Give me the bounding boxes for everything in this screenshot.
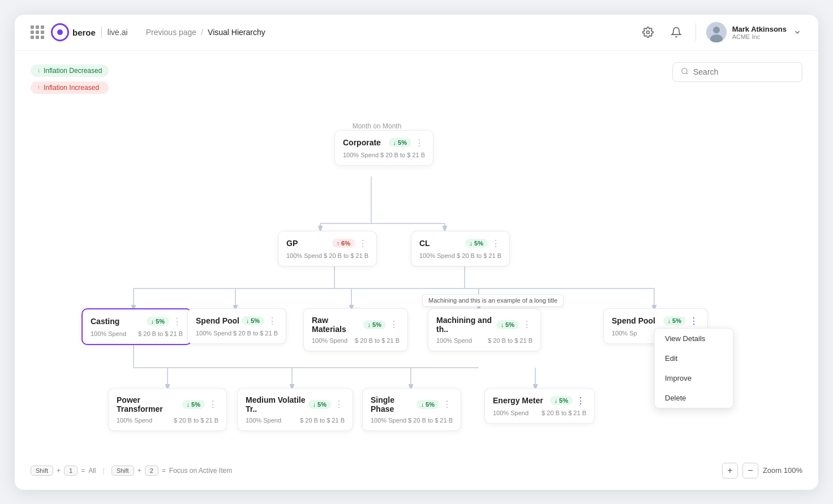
node-raw-materials-spend: 100% Spend [312,337,347,344]
node-cl-badge: ↓ 5% [465,239,488,248]
header-right: Mark Atkinsons ACME Inc [639,22,802,42]
node-casting-badge: ↓ 5% [147,317,169,326]
node-single-phase-title: Single Phase [371,395,416,413]
bottom-bar: Shift + 1 = All | Shift + 2 = Focus on A… [15,463,818,479]
zoom-in-button[interactable]: + [722,463,738,479]
search-input[interactable] [693,67,794,76]
settings-icon[interactable] [639,23,657,41]
node-single-phase-badge: ↓ 5% [416,400,439,409]
node-power-transformer-badge: ↓ 5% [182,400,205,409]
node-machining-title: Machining and th.. [436,316,496,334]
legend-decreased-label: Inflation Decreased [44,67,102,75]
node-corporate: Corporate ↓ 5% ⋮ 100% Spend $ 20 B to $ … [334,130,433,166]
node-casting-range: $ 20 B to $ 21 B [138,330,183,337]
node-raw-materials: Raw Materials ↓ 5% ⋮ 100% Spend $ 20 B t… [303,308,408,351]
logo[interactable]: beroe live.ai [51,23,128,41]
node-spend-pool-2-header: Spend Pool ↓ 5% ⋮ [612,316,699,326]
user-info[interactable]: Mark Atkinsons ACME Inc [706,22,802,42]
shortcut-hints: Shift + 1 = All | Shift + 2 = Focus on A… [31,466,232,476]
node-casting-menu[interactable]: ⋮ [171,316,183,327]
node-single-phase-spend: 100% Spend [371,417,406,424]
legend-decreased: ↓ Inflation Decreased [31,64,109,77]
zoom-out-button[interactable]: − [742,463,758,479]
shortcut-separator: | [103,467,105,475]
avatar [706,22,727,42]
node-single-phase-menu[interactable]: ⋮ [441,399,453,410]
node-spend-pool-1-menu[interactable]: ⋮ [267,316,278,326]
node-raw-materials-menu[interactable]: ⋮ [388,319,400,330]
svg-line-5 [686,72,688,74]
node-corporate-footer: 100% Spend $ 20 B to $ 21 B [343,152,425,158]
node-casting-footer: 100% Spend $ 20 B to $ 21 B [91,330,183,337]
node-corporate-badge: ↓ 5% [389,138,411,147]
node-corporate-spend: 100% Spend [343,152,379,158]
node-power-transformer-title: Power Transformer [117,395,182,413]
node-medium-volatile-title: Medium Volatile Tr.. [246,395,308,413]
node-energy-meter-menu[interactable]: ⋮ [575,395,586,406]
search-icon [681,67,689,77]
legend-increased: ↑ Inflation Increased [31,81,109,94]
search-box[interactable] [672,62,802,82]
node-energy-meter: Energy Meter ↓ 5% ⋮ 100% Spend $ 20 B to… [484,388,595,424]
svg-point-4 [682,68,687,73]
node-cl-footer: 100% Spend $ 20 B to $ 21 B [419,252,501,259]
node-raw-materials-badge: ↓ 5% [363,320,386,329]
grid-icon[interactable] [31,25,44,39]
logo-circle-icon [51,23,69,41]
shortcut-eq-2: = [162,467,166,475]
node-machining-menu[interactable]: ⋮ [521,319,533,330]
breadcrumb-prev[interactable]: Previous page [146,28,197,37]
node-energy-meter-range: $ 20 B to $ 21 B [542,410,586,416]
node-cl-menu[interactable]: ⋮ [490,238,501,249]
node-medium-volatile-footer: 100% Spend $ 20 B to $ 21 B [246,417,345,424]
node-medium-volatile-range: $ 20 B to $ 21 B [300,417,345,424]
node-cl-range: $ 20 B to $ 21 B [457,252,501,259]
machining-tooltip: Machining and this is an example of a lo… [422,294,564,307]
node-medium-volatile: Medium Volatile Tr.. ↓ 5% ⋮ 100% Spend $… [237,388,353,431]
node-gp-menu[interactable]: ⋮ [357,238,368,249]
node-spend-pool-2-menu[interactable]: ⋮ [688,316,699,326]
context-menu-view-details[interactable]: View Details [655,329,733,348]
node-medium-volatile-header: Medium Volatile Tr.. ↓ 5% ⋮ [246,395,345,413]
node-spend-pool-1-spend: 100% Spend [196,330,231,337]
node-medium-volatile-spend: 100% Spend [246,417,281,424]
main-canvas: ↓ Inflation Decreased ↑ Inflation Increa… [15,51,818,490]
node-medium-volatile-menu[interactable]: ⋮ [333,399,345,410]
user-dropdown-icon[interactable] [792,23,802,41]
node-machining: Machining and th.. ↓ 5% ⋮ 100% Spend $ 2… [428,308,541,351]
node-raw-materials-range: $ 20 B to $ 21 B [355,337,400,344]
context-menu-edit[interactable]: Edit [655,348,733,368]
node-power-transformer-menu[interactable]: ⋮ [207,399,218,410]
shortcut-shift-1: Shift [31,466,53,476]
logo-divider [101,27,102,38]
node-cl-header: CL ↓ 5% ⋮ [419,238,501,249]
node-spend-pool-1: Spend Pool ↓ 5% ⋮ 100% Spend $ 20 B to $… [187,308,286,344]
shortcut-plus-2: + [138,467,141,475]
node-single-phase-header: Single Phase ↓ 5% ⋮ [371,395,453,413]
node-machining-header: Machining and th.. ↓ 5% ⋮ [436,316,533,334]
node-casting-title: Casting [91,317,119,326]
node-gp-title: GP [286,239,298,248]
node-corporate-menu[interactable]: ⋮ [414,137,425,148]
node-cl-title: CL [419,239,430,248]
context-menu-improve[interactable]: Improve [655,368,733,388]
shortcut-plus-1: + [57,467,61,475]
user-name: Mark Atkinsons [732,25,787,33]
breadcrumb-separator: / [201,28,203,37]
user-details: Mark Atkinsons ACME Inc [732,25,787,40]
node-gp-footer: 100% Spend $ 20 B to $ 21 B [286,252,368,259]
node-spend-pool-1-footer: 100% Spend $ 20 B to $ 21 B [196,330,278,337]
node-machining-footer: 100% Spend $ 20 B to $ 21 B [436,337,533,344]
node-spend-pool-1-title: Spend Pool [196,316,239,325]
node-energy-meter-header: Energy Meter ↓ 5% ⋮ [493,395,586,406]
notification-icon[interactable] [667,23,685,41]
header-left: beroe live.ai Previous page / Visual Hie… [31,23,265,41]
context-menu: View Details Edit Improve Delete [654,328,733,408]
node-energy-meter-badge: ↓ 5% [550,396,573,405]
node-spend-pool-1-range: $ 20 B to $ 21 B [233,330,278,337]
context-menu-delete[interactable]: Delete [655,388,733,408]
svg-point-2 [713,27,720,33]
node-energy-meter-footer: 100% Spend $ 20 B to $ 21 B [493,410,586,416]
node-casting: Casting ↓ 5% ⋮ 100% Spend $ 20 B to $ 21… [81,308,192,345]
node-machining-badge: ↓ 5% [496,320,519,329]
